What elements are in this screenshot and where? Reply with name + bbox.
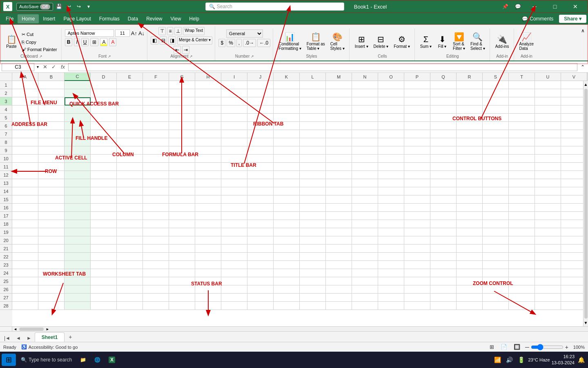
cell-F10[interactable]	[143, 155, 169, 163]
cell-G3[interactable]	[169, 97, 195, 105]
cell-S10[interactable]	[483, 155, 509, 163]
cell-R16[interactable]	[457, 204, 483, 212]
cell-V18[interactable]	[561, 220, 583, 228]
cell-C24[interactable]	[65, 269, 91, 277]
cell-G1[interactable]	[169, 81, 195, 89]
menu-review[interactable]: Review	[142, 14, 166, 23]
border-button[interactable]: ⊞	[90, 38, 98, 46]
undo-icon[interactable]: ↩	[65, 3, 73, 10]
cell-P27[interactable]	[404, 294, 430, 302]
align-right-button[interactable]: ◨	[168, 36, 176, 45]
cell-G20[interactable]	[169, 236, 195, 245]
notifications-icon[interactable]: 🔔	[576, 356, 586, 364]
cell-J24[interactable]	[247, 269, 274, 277]
cell-J11[interactable]	[247, 163, 274, 171]
cell-N28[interactable]	[352, 302, 378, 310]
cell-M27[interactable]	[326, 294, 352, 302]
cell-D10[interactable]	[91, 155, 117, 163]
cell-E9[interactable]	[117, 146, 143, 155]
cell-G10[interactable]	[169, 155, 195, 163]
zoom-in-button[interactable]: +	[565, 344, 568, 350]
battery-icon[interactable]: 🔋	[516, 356, 526, 364]
comments-icon[interactable]: 💬	[512, 2, 523, 11]
cell-H27[interactable]	[195, 294, 221, 302]
row-header-14[interactable]: 14	[0, 187, 12, 195]
cell-Q15[interactable]	[430, 195, 457, 204]
cell-B3[interactable]	[38, 97, 65, 105]
cell-V27[interactable]	[561, 294, 583, 302]
cell-F26[interactable]	[143, 285, 169, 294]
cell-V3[interactable]	[561, 97, 583, 105]
cell-G9[interactable]	[169, 146, 195, 155]
cell-I9[interactable]	[221, 146, 247, 155]
cell-C19[interactable]	[65, 228, 91, 236]
cell-M12[interactable]	[326, 171, 352, 179]
cell-T3[interactable]	[509, 97, 535, 105]
fill-button[interactable]: ⬇ Fill ▾	[435, 34, 450, 50]
cell-I15[interactable]	[221, 195, 247, 204]
cell-B5[interactable]	[38, 114, 65, 122]
cell-Q11[interactable]	[430, 163, 457, 171]
cell-P6[interactable]	[404, 122, 430, 130]
cell-Q28[interactable]	[430, 302, 457, 310]
cell-L23[interactable]	[300, 261, 326, 269]
bold-button[interactable]: B	[65, 38, 73, 46]
cell-N17[interactable]	[352, 212, 378, 220]
cancel-formula-button[interactable]: ✕	[41, 63, 49, 71]
cell-H9[interactable]	[195, 146, 221, 155]
cell-M5[interactable]	[326, 114, 352, 122]
cell-A9[interactable]	[12, 146, 38, 155]
cell-O19[interactable]	[378, 228, 404, 236]
cell-D3[interactable]	[91, 97, 117, 105]
cell-L27[interactable]	[300, 294, 326, 302]
cell-C25[interactable]	[65, 277, 91, 285]
cell-V12[interactable]	[561, 171, 583, 179]
cell-E28[interactable]	[117, 302, 143, 310]
cell-J25[interactable]	[247, 277, 274, 285]
cell-N7[interactable]	[352, 130, 378, 138]
scrollbar-right-arrow[interactable]: ►	[45, 327, 51, 331]
row-header-21[interactable]: 21	[0, 245, 12, 253]
cell-R12[interactable]	[457, 171, 483, 179]
cell-V15[interactable]	[561, 195, 583, 204]
format-as-table-button[interactable]: 📋 Format asTable ▾	[305, 31, 327, 52]
decrease-decimal-button[interactable]: .0→	[243, 39, 256, 47]
cell-H12[interactable]	[195, 171, 221, 179]
cell-P23[interactable]	[404, 261, 430, 269]
cell-B20[interactable]	[38, 236, 65, 245]
cell-C20[interactable]	[65, 236, 91, 245]
cell-P24[interactable]	[404, 269, 430, 277]
menu-view[interactable]: View	[167, 14, 185, 23]
cell-A1[interactable]	[12, 81, 38, 89]
cell-T1[interactable]	[509, 81, 535, 89]
italic-button[interactable]: I	[74, 38, 79, 46]
cell-T23[interactable]	[509, 261, 535, 269]
cell-V25[interactable]	[561, 277, 583, 285]
cell-E5[interactable]	[117, 114, 143, 122]
cell-P15[interactable]	[404, 195, 430, 204]
sum-button[interactable]: Σ Sum ▾	[418, 34, 434, 50]
cell-D17[interactable]	[91, 212, 117, 220]
cell-P13[interactable]	[404, 179, 430, 187]
cell-I26[interactable]	[221, 285, 247, 294]
cell-V14[interactable]	[561, 187, 583, 195]
vertical-scrollbar[interactable]: ▲ ▼	[583, 81, 588, 326]
cell-A15[interactable]	[12, 195, 38, 204]
cell-V9[interactable]	[561, 146, 583, 155]
zoom-slider[interactable]	[531, 344, 564, 350]
cell-F22[interactable]	[143, 253, 169, 261]
cell-U11[interactable]	[535, 163, 561, 171]
cell-V19[interactable]	[561, 228, 583, 236]
cell-L22[interactable]	[300, 253, 326, 261]
cell-F24[interactable]	[143, 269, 169, 277]
cell-V2[interactable]	[561, 89, 583, 97]
cell-N24[interactable]	[352, 269, 378, 277]
cell-T10[interactable]	[509, 155, 535, 163]
font-size-input[interactable]	[115, 29, 130, 37]
cell-B19[interactable]	[38, 228, 65, 236]
cell-V21[interactable]	[561, 245, 583, 253]
col-header-C[interactable]: C	[65, 73, 91, 81]
cell-A14[interactable]	[12, 187, 38, 195]
cell-K14[interactable]	[274, 187, 300, 195]
zoom-out-button[interactable]: ─	[525, 344, 529, 350]
